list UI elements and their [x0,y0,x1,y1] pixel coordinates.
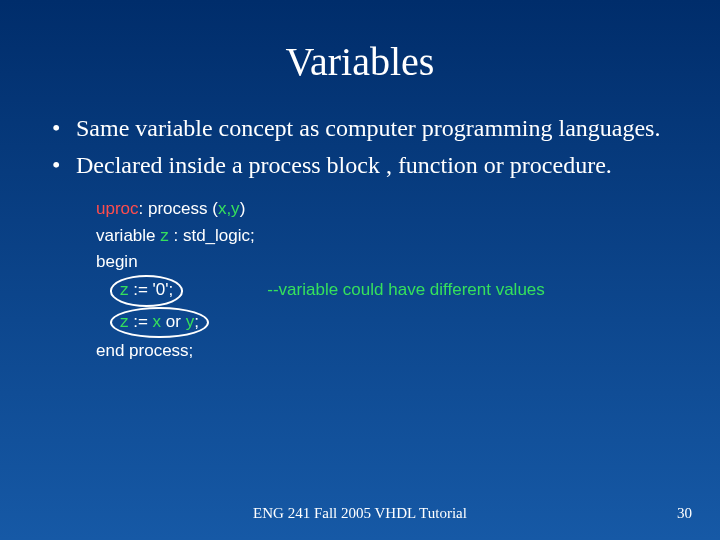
bullet-item: Declared inside a process block , functi… [46,150,680,181]
code-token: ; [194,312,199,331]
footer-text: ENG 241 Fall 2005 VHDL Tutorial [0,505,720,522]
code-line: begin [96,249,720,275]
code-token: : process ( [139,199,218,218]
code-token: := '0'; [129,280,174,299]
code-line: end process; [96,338,720,364]
page-number: 30 [677,505,692,522]
code-token-args: x,y [218,199,240,218]
code-token: ) [240,199,246,218]
bullet-item: Same variable concept as computer progra… [46,113,680,144]
code-token: : std_logic; [169,226,255,245]
code-token-var: x [153,312,162,331]
code-token: or [161,312,186,331]
code-token: := [129,312,153,331]
code-comment: --variable could have different values [183,280,545,299]
code-token-var: z [120,312,129,331]
slide-title: Variables [0,0,720,113]
code-line: z := '0';--variable could have different… [96,275,720,306]
code-token-proc: uproc [96,199,139,218]
code-token-var: z [160,226,169,245]
code-line: z := x or y; [96,307,720,338]
circled-statement: z := x or y; [110,307,209,338]
circled-statement: z := '0'; [110,275,183,306]
code-token: variable [96,226,160,245]
bullet-list: Same variable concept as computer progra… [0,113,720,180]
code-block: uproc: process (x,y) variable z : std_lo… [0,186,720,364]
code-line: variable z : std_logic; [96,223,720,249]
code-token-var: y [186,312,195,331]
code-line: uproc: process (x,y) [96,196,720,222]
code-token-var: z [120,280,129,299]
